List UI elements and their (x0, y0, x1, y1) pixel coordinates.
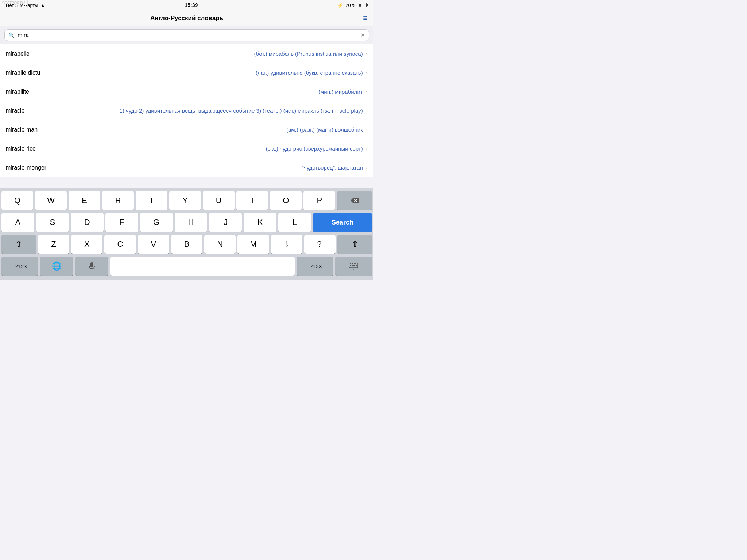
chevron-right-icon: › (366, 145, 368, 152)
key-f[interactable]: F (105, 213, 138, 232)
key-q[interactable]: Q (1, 191, 33, 210)
nav-bar: Англо-Русский словарь ≡ (0, 10, 374, 26)
key-z[interactable]: Z (38, 235, 69, 254)
num-sym-right-key[interactable]: .?123 (297, 257, 333, 276)
result-definition: (бот.) мирабель (Prunus institia или syr… (71, 51, 366, 57)
status-time: 15:39 (185, 2, 198, 8)
search-icon: 🔍 (8, 32, 15, 38)
key-k[interactable]: K (244, 213, 276, 232)
result-definition: (с-х.) чудо-рис (сверхурожайный сорт) (71, 145, 366, 152)
key-b[interactable]: B (171, 235, 202, 254)
result-term: miracle-monger (6, 164, 71, 171)
list-item[interactable]: miracle man (ам.) (разг.) (маг и) волшеб… (0, 120, 374, 139)
search-button[interactable]: Search (313, 213, 372, 232)
wifi-icon: ▲ (40, 3, 45, 8)
result-definition: 1) чудо 2) удивительная вещь, выдающееся… (71, 108, 366, 114)
result-term: miracle rice (6, 145, 71, 152)
list-item[interactable]: mirabelle (бот.) мирабель (Prunus instit… (0, 44, 374, 63)
status-bar: Нет SIM-карты ▲ 15:39 ⚡ 20 % (0, 0, 374, 10)
key-exclamation[interactable]: !, (271, 235, 302, 254)
key-n[interactable]: N (204, 235, 236, 254)
result-term: miracle (6, 108, 71, 114)
battery-percent: 20 % (345, 3, 356, 8)
num-sym-left-key[interactable]: .?123 (1, 257, 38, 276)
svg-rect-9 (350, 265, 351, 266)
key-m[interactable]: M (237, 235, 269, 254)
key-p[interactable]: P (303, 191, 335, 210)
backspace-key[interactable] (337, 191, 372, 210)
key-g[interactable]: G (140, 213, 173, 232)
battery-icon (359, 3, 368, 7)
shift-right-key[interactable]: ⇧ (337, 235, 372, 254)
chevron-right-icon: › (366, 127, 368, 133)
result-term: mirabelle (6, 51, 71, 57)
svg-rect-10 (352, 265, 355, 266)
result-term: miracle man (6, 127, 71, 133)
keyboard-row-2: ASDFGHJKLSearch (1, 213, 372, 232)
key-c[interactable]: C (104, 235, 136, 254)
key-w[interactable]: W (35, 191, 67, 210)
microphone-key[interactable] (75, 257, 108, 276)
key-i[interactable]: I (236, 191, 268, 210)
watermark: SOFTPORTAL (0, 0, 28, 6)
list-item[interactable]: miracle-monger "чудотворец", шарлатан › (0, 158, 374, 177)
result-definition: (ам.) (разг.) (маг и) волшебник (71, 127, 366, 133)
key-o[interactable]: O (270, 191, 302, 210)
result-definition: (лат.) удивительно (букв. странно сказат… (71, 70, 366, 76)
key-j[interactable]: J (209, 213, 242, 232)
key-l[interactable]: L (278, 213, 311, 232)
result-term: mirabile dictu (6, 70, 71, 76)
nav-title: Англо-Русский словарь (150, 15, 223, 22)
hide-keyboard-key[interactable] (335, 257, 372, 276)
result-definition: (мин.) мирабилит (71, 89, 366, 95)
svg-rect-2 (90, 262, 93, 267)
menu-button[interactable]: ≡ (363, 13, 368, 23)
key-d[interactable]: D (71, 213, 104, 232)
list-item[interactable]: miracle rice (с-х.) чудо-рис (сверхурожа… (0, 139, 374, 158)
search-input[interactable] (18, 32, 357, 39)
keyboard-row-3: ⇧ZXCVBNM!,?.⇧ (1, 235, 372, 254)
svg-rect-7 (352, 263, 353, 264)
results-list: mirabelle (бот.) мирабель (Prunus instit… (0, 44, 374, 177)
svg-rect-8 (354, 263, 356, 264)
svg-rect-11 (356, 265, 357, 266)
search-bar: 🔍 ✕ (0, 26, 374, 44)
key-x[interactable]: X (71, 235, 102, 254)
search-input-wrap: 🔍 ✕ (4, 29, 369, 41)
result-definition: "чудотворец", шарлатан (71, 164, 366, 171)
result-term: mirabilite (6, 89, 71, 95)
results-area: mirabelle (бот.) мирабель (Prunus instit… (0, 44, 374, 188)
key-v[interactable]: V (138, 235, 169, 254)
key-u[interactable]: U (203, 191, 235, 210)
list-item[interactable]: mirabilite (мин.) мирабилит › (0, 82, 374, 101)
key-question[interactable]: ?. (304, 235, 336, 254)
key-e[interactable]: E (69, 191, 100, 210)
clear-button[interactable]: ✕ (360, 32, 365, 39)
globe-key[interactable]: 🌐 (40, 257, 73, 276)
key-s[interactable]: S (36, 213, 69, 232)
status-right: ⚡ 20 % (337, 3, 368, 8)
keyboard: QWERTYUIOP ASDFGHJKLSearch ⇧ZXCVBNM!,?.⇧… (0, 188, 374, 280)
bluetooth-icon: ⚡ (337, 3, 343, 8)
key-t[interactable]: T (136, 191, 167, 210)
chevron-right-icon: › (366, 108, 368, 114)
key-y[interactable]: Y (169, 191, 201, 210)
list-item[interactable]: miracle 1) чудо 2) удивительная вещь, вы… (0, 101, 374, 120)
chevron-right-icon: › (366, 51, 368, 57)
keyboard-row-4: .?123🌐.?123 (1, 257, 372, 276)
key-h[interactable]: H (175, 213, 208, 232)
svg-rect-6 (350, 263, 351, 264)
key-r[interactable]: R (102, 191, 134, 210)
chevron-right-icon: › (366, 70, 368, 76)
chevron-right-icon: › (366, 89, 368, 95)
key-a[interactable]: A (1, 213, 34, 232)
keyboard-row-1: QWERTYUIOP (1, 191, 372, 210)
space-key[interactable] (110, 257, 295, 276)
list-item[interactable]: mirabile dictu (лат.) удивительно (букв.… (0, 63, 374, 82)
shift-left-key[interactable]: ⇧ (1, 235, 36, 254)
chevron-right-icon: › (366, 164, 368, 171)
